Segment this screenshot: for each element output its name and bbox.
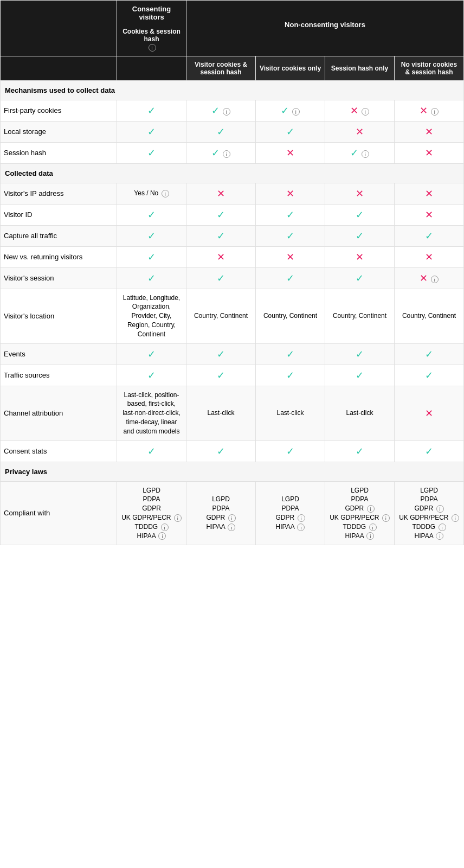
cell-check-session-hash-col1: ✓ — [117, 142, 186, 163]
info-icon[interactable]: i — [382, 514, 390, 522]
cell-text-visitor-location-col5: Country, Continent — [395, 289, 464, 343]
info-icon[interactable]: i — [162, 190, 169, 197]
row-label-visitor-ip: Visitor's IP address — [1, 183, 117, 204]
info-icon[interactable]: i — [452, 514, 459, 522]
cell-cross-visitor-ip-col2: ✕ — [186, 183, 256, 204]
section-header-privacy-laws: Privacy laws — [1, 462, 464, 481]
col3-header-label: Visitor cookies only — [259, 65, 321, 72]
check-icon: ✓ — [147, 231, 156, 241]
subheader-col2: Visitor cookies & session hash — [186, 56, 256, 80]
subheader-label-col — [1, 56, 117, 80]
cell-check-capture-all-traffic-col2: ✓ — [186, 225, 256, 246]
cell-check-info-first-party-cookies-col3: ✓ i — [256, 100, 325, 121]
header-non-consenting: Non-consenting visitors — [186, 1, 464, 56]
cell-text-compliant-with-col5: LGPDPDPAGDPR iUK GDPR/PECR iTDDDG iHIPAA… — [395, 481, 464, 545]
cell-check-traffic-sources-col3: ✓ — [256, 365, 325, 386]
info-icon[interactable]: i — [367, 505, 375, 513]
check-icon: ✓ — [217, 446, 225, 457]
info-icon[interactable]: i — [431, 276, 439, 283]
table-row: Capture all traffic ✓ ✓ ✓ ✓ ✓ — [1, 225, 464, 246]
info-icon[interactable]: i — [228, 514, 236, 522]
cell-text-compliant-with-col3: LGPDPDPAGDPR iHIPAA i — [256, 481, 325, 545]
info-icon[interactable]: i — [439, 524, 446, 531]
info-icon[interactable]: i — [292, 108, 300, 116]
info-icon[interactable]: i — [362, 150, 369, 158]
check-icon: ✓ — [217, 209, 225, 220]
cross-icon: ✕ — [356, 188, 364, 199]
cell-cross-visitor-ip-col5: ✕ — [395, 183, 464, 204]
table-row: Channel attribution Last-click, position… — [1, 386, 464, 441]
check-icon: ✓ — [211, 148, 220, 158]
cell-check-traffic-sources-col2: ✓ — [186, 365, 256, 386]
cell-text-visitor-location-col1: Latitude, Longitude, Organization, Provi… — [117, 289, 186, 343]
check-icon: ✓ — [425, 446, 433, 457]
cross-icon: ✕ — [425, 126, 433, 137]
cell-check-new-vs-returning-col1: ✓ — [117, 246, 186, 267]
cross-icon: ✕ — [425, 188, 433, 199]
col2-header-label: Visitor cookies & session hash — [190, 61, 252, 76]
row-label-visitor-location: Visitor's location — [1, 289, 117, 343]
cell-check-visitor-id-col2: ✓ — [186, 204, 256, 225]
info-icon[interactable]: i — [366, 532, 374, 540]
cell-text-compliant-with-col2: LGPDPDPAGDPR iHIPAA i — [186, 481, 256, 545]
cell-check-consent-stats-col2: ✓ — [186, 441, 256, 462]
table-row: Compliant with LGPDPDPAGDPRUK GDPR/PECR … — [1, 481, 464, 545]
cell-cross-new-vs-returning-col3: ✕ — [256, 246, 325, 267]
cell-check-events-col4: ✓ — [325, 343, 395, 365]
cross-icon: ✕ — [356, 252, 364, 263]
cross-icon: ✕ — [286, 188, 294, 199]
cell-text-visitor-location-col4: Country, Continent — [325, 289, 395, 343]
col1-header: Cookies & session hash — [120, 28, 183, 43]
info-icon[interactable]: i — [297, 524, 305, 531]
cell-text-channel-attribution-col3: Last-click — [256, 386, 325, 441]
row-label-traffic-sources: Traffic sources — [1, 365, 117, 386]
info-icon[interactable]: i — [223, 108, 230, 116]
info-icon[interactable]: i — [431, 108, 439, 116]
row-label-compliant-with: Compliant with — [1, 481, 117, 545]
check-icon: ✓ — [217, 126, 225, 137]
cross-icon: ✕ — [286, 148, 294, 158]
info-icon[interactable]: i — [158, 532, 166, 540]
consenting-label: Consenting visitors — [120, 5, 183, 21]
cell-check-events-col5: ✓ — [395, 343, 464, 365]
subheader-col3: Visitor cookies only — [256, 56, 325, 80]
cell-check-capture-all-traffic-col3: ✓ — [256, 225, 325, 246]
info-icon[interactable]: i — [298, 514, 305, 522]
cell-cross-info-first-party-cookies-col4: ✕ i — [325, 100, 395, 121]
check-icon: ✓ — [286, 349, 294, 360]
cell-check-consent-stats-col3: ✓ — [256, 441, 325, 462]
info-icon[interactable]: i — [436, 505, 444, 513]
check-icon: ✓ — [286, 446, 294, 457]
table-row: Events ✓ ✓ ✓ ✓ ✓ — [1, 343, 464, 365]
cell-check-capture-all-traffic-col1: ✓ — [117, 225, 186, 246]
check-icon: ✓ — [356, 446, 364, 457]
cross-icon: ✕ — [420, 273, 428, 284]
cell-check-visitor-session-col4: ✓ — [325, 267, 395, 289]
comparison-table: Consenting visitors Cookies & session ha… — [0, 0, 464, 545]
check-icon: ✓ — [356, 273, 364, 284]
cell-cross-new-vs-returning-col2: ✕ — [186, 246, 256, 267]
info-icon[interactable]: i — [223, 150, 230, 158]
info-icon[interactable]: i — [436, 532, 443, 540]
info-icon[interactable]: i — [369, 524, 377, 531]
col1-info-icon[interactable]: i — [149, 44, 156, 52]
info-icon[interactable]: i — [362, 108, 369, 116]
info-icon[interactable]: i — [228, 524, 235, 531]
check-icon: ✓ — [286, 209, 294, 220]
section-header-collected-data: Collected data — [1, 163, 464, 183]
cell-check-consent-stats-col1: ✓ — [117, 441, 186, 462]
check-icon: ✓ — [286, 370, 294, 381]
cell-check-traffic-sources-col5: ✓ — [395, 365, 464, 386]
cell-check-capture-all-traffic-col4: ✓ — [325, 225, 395, 246]
cell-check-info-first-party-cookies-col2: ✓ i — [186, 100, 256, 121]
header-consenting: Consenting visitors Cookies & session ha… — [117, 1, 186, 56]
col4-header-label: Session hash only — [328, 65, 391, 72]
cell-text-visitor-location-col3: Country, Continent — [256, 289, 325, 343]
table-row: Consent stats ✓ ✓ ✓ ✓ ✓ — [1, 441, 464, 462]
cross-icon: ✕ — [217, 188, 225, 199]
info-icon[interactable]: i — [174, 514, 182, 522]
check-icon: ✓ — [211, 105, 220, 116]
cell-check-capture-all-traffic-col5: ✓ — [395, 225, 464, 246]
info-icon[interactable]: i — [161, 524, 169, 531]
row-label-first-party-cookies: First-party cookies — [1, 100, 117, 121]
